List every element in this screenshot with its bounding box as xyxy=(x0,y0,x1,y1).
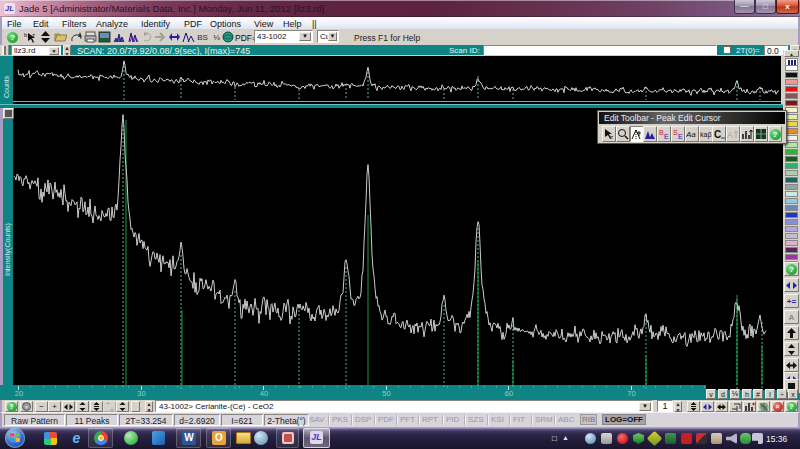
svg-text:C: C xyxy=(714,129,721,140)
svg-text:Aa: Aa xyxy=(686,130,696,139)
svg-text:A: A xyxy=(727,130,733,140)
svg-text:E: E xyxy=(664,133,669,140)
svg-text:E: E xyxy=(678,133,683,140)
svg-text:z: z xyxy=(610,134,613,140)
svg-text:kaβ: kaβ xyxy=(700,131,711,139)
